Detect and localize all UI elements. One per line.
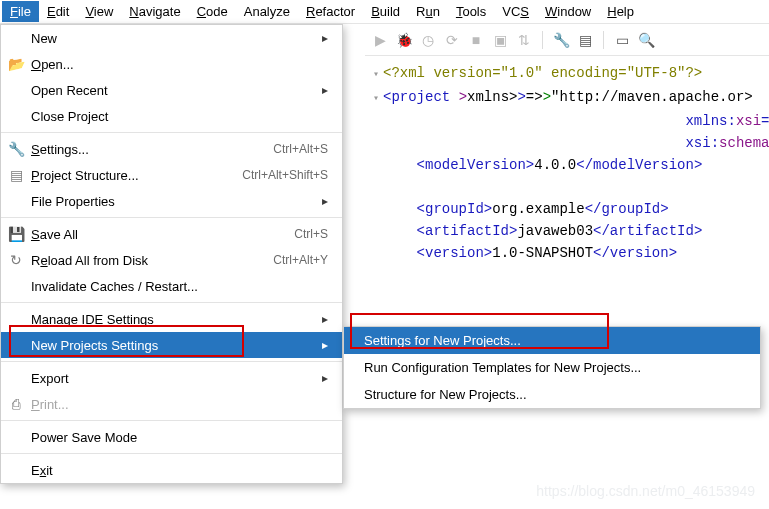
file-menu-export[interactable]: Export▸ <box>1 365 342 391</box>
debug-icon[interactable]: 🐞 <box>395 31 413 49</box>
menu-item-label: Settings... <box>31 142 273 157</box>
code-editor[interactable]: ▾<?xml version="1.0" encoding="UTF-8"?>▾… <box>365 56 769 509</box>
menu-code[interactable]: Code <box>189 1 236 22</box>
reload-icon: ↻ <box>1 252 31 268</box>
profile-icon[interactable]: ⟳ <box>443 31 461 49</box>
code-line: <version>1.0-SNAPSHOT</version> <box>369 242 765 264</box>
menu-item-label: Print... <box>31 397 328 412</box>
wrench-icon: 🔧 <box>1 141 31 157</box>
submenu-run-configuration-templates-for-new-projects[interactable]: Run Configuration Templates for New Proj… <box>344 354 760 381</box>
menu-item-label: Open Recent <box>31 83 314 98</box>
open-icon: 📂 <box>1 56 31 72</box>
menu-item-label: Manage IDE Settings <box>31 312 314 327</box>
search-icon[interactable]: 🔍 <box>637 31 655 49</box>
file-menu-exit[interactable]: Exit <box>1 457 342 483</box>
menu-item-label: New Projects Settings <box>31 338 314 353</box>
submenu-arrow-icon: ▸ <box>314 194 328 208</box>
menu-help[interactable]: Help <box>599 1 642 22</box>
submenu-label: Run Configuration Templates for New Proj… <box>364 360 641 375</box>
run-icon[interactable]: ▶ <box>371 31 389 49</box>
menu-file[interactable]: File <box>2 1 39 22</box>
new-projects-settings-submenu: Settings for New Projects...Run Configur… <box>343 326 761 409</box>
file-menu-close-project[interactable]: Close Project <box>1 103 342 129</box>
watermark: https://blog.csdn.net/m0_46153949 <box>536 483 755 499</box>
menu-bar: FileEditViewNavigateCodeAnalyzeRefactorB… <box>0 0 769 24</box>
coverage-icon[interactable]: ◷ <box>419 31 437 49</box>
structure-icon[interactable]: ▤ <box>576 31 594 49</box>
menu-item-label: Export <box>31 371 314 386</box>
menu-window[interactable]: Window <box>537 1 599 22</box>
file-menu-power-save-mode[interactable]: Power Save Mode <box>1 424 342 450</box>
submenu-arrow-icon: ▸ <box>314 312 328 326</box>
code-line: <modelVersion>4.0.0</modelVersion> <box>369 154 765 176</box>
file-menu-dropdown: New▸📂Open...Open Recent▸Close Project🔧Se… <box>0 24 343 484</box>
code-line: <artifactId>javaweb03</artifactId> <box>369 220 765 242</box>
code-line: xsi:schemaLocation="http://ma <box>369 132 765 154</box>
file-menu-new-projects-settings[interactable]: New Projects Settings▸ <box>1 332 342 358</box>
structure-icon: ▤ <box>1 167 31 183</box>
menu-vcs[interactable]: VCS <box>494 1 537 22</box>
submenu-arrow-icon: ▸ <box>314 83 328 97</box>
menu-shortcut: Ctrl+Alt+S <box>273 142 328 156</box>
stop-icon[interactable]: ■ <box>467 31 485 49</box>
attach-icon[interactable]: ▣ <box>491 31 509 49</box>
code-line: ▾<project >xmlns>>=>>"http://maven.apach… <box>369 86 765 110</box>
menu-item-label: Open... <box>31 57 328 72</box>
menu-run[interactable]: Run <box>408 1 448 22</box>
menu-edit[interactable]: Edit <box>39 1 77 22</box>
menu-navigate[interactable]: Navigate <box>121 1 188 22</box>
submenu-arrow-icon: ▸ <box>314 31 328 45</box>
file-menu-open[interactable]: 📂Open... <box>1 51 342 77</box>
menu-shortcut: Ctrl+Alt+Y <box>273 253 328 267</box>
toolbar: ▶🐞◷⟳■▣⇅🔧▤▭🔍 <box>365 24 769 56</box>
menu-shortcut: Ctrl+S <box>294 227 328 241</box>
menu-tools[interactable]: Tools <box>448 1 494 22</box>
file-menu-manage-ide-settings[interactable]: Manage IDE Settings▸ <box>1 306 342 332</box>
sync-icon[interactable]: ⇅ <box>515 31 533 49</box>
menu-view[interactable]: View <box>77 1 121 22</box>
submenu-label: Settings for New Projects... <box>364 333 521 348</box>
file-menu-reload-all-from-disk[interactable]: ↻Reload All from DiskCtrl+Alt+Y <box>1 247 342 273</box>
menu-build[interactable]: Build <box>363 1 408 22</box>
menu-item-label: Reload All from Disk <box>31 253 273 268</box>
menu-shortcut: Ctrl+Alt+Shift+S <box>242 168 328 182</box>
file-menu-settings[interactable]: 🔧Settings...Ctrl+Alt+S <box>1 136 342 162</box>
menu-item-label: File Properties <box>31 194 314 209</box>
code-line <box>369 176 765 198</box>
file-menu-print: ⎙Print... <box>1 391 342 417</box>
file-menu-project-structure[interactable]: ▤Project Structure...Ctrl+Alt+Shift+S <box>1 162 342 188</box>
menu-item-label: Exit <box>31 463 328 478</box>
menu-analyze[interactable]: Analyze <box>236 1 298 22</box>
menu-item-label: Save All <box>31 227 294 242</box>
file-menu-open-recent[interactable]: Open Recent▸ <box>1 77 342 103</box>
file-menu-invalidate-caches-restart[interactable]: Invalidate Caches / Restart... <box>1 273 342 299</box>
menu-item-label: Close Project <box>31 109 328 124</box>
submenu-arrow-icon: ▸ <box>314 338 328 352</box>
code-line: ▾<?xml version="1.0" encoding="UTF-8"?> <box>369 62 765 86</box>
code-line: <groupId>org.example</groupId> <box>369 198 765 220</box>
submenu-arrow-icon: ▸ <box>314 371 328 385</box>
print-icon: ⎙ <box>1 396 31 412</box>
code-line: xmlns:xsi="http://www.w3.org/ <box>369 110 765 132</box>
save-icon: 💾 <box>1 226 31 242</box>
wrench-icon[interactable]: 🔧 <box>552 31 570 49</box>
menu-item-label: Invalidate Caches / Restart... <box>31 279 328 294</box>
submenu-structure-for-new-projects[interactable]: Structure for New Projects... <box>344 381 760 408</box>
menu-item-label: New <box>31 31 314 46</box>
submenu-label: Structure for New Projects... <box>364 387 527 402</box>
menu-refactor[interactable]: Refactor <box>298 1 363 22</box>
submenu-settings-for-new-projects[interactable]: Settings for New Projects... <box>344 327 760 354</box>
panel-icon[interactable]: ▭ <box>613 31 631 49</box>
file-menu-new[interactable]: New▸ <box>1 25 342 51</box>
menu-item-label: Project Structure... <box>31 168 242 183</box>
file-menu-file-properties[interactable]: File Properties▸ <box>1 188 342 214</box>
file-menu-save-all[interactable]: 💾Save AllCtrl+S <box>1 221 342 247</box>
menu-item-label: Power Save Mode <box>31 430 328 445</box>
